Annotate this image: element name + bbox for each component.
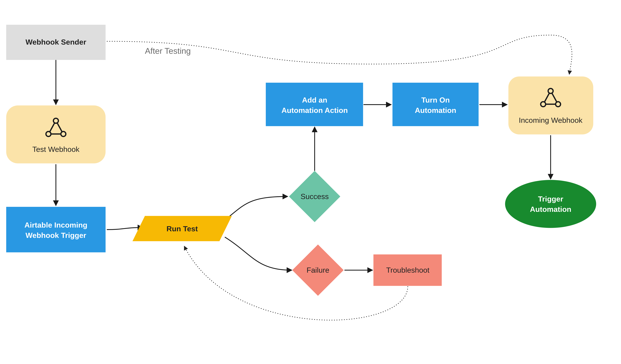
label-add-action-1: Add an	[302, 96, 327, 104]
flowchart-diagram: After Testing Webhook Sender Test Webhoo…	[0, 0, 621, 364]
label-turn-on-2: Automation	[415, 106, 456, 115]
node-trigger-automation: Trigger Automation	[505, 180, 596, 228]
svg-rect-12	[508, 77, 593, 134]
label-failure: Failure	[307, 266, 329, 274]
svg-rect-5	[6, 207, 105, 252]
label-trigger-automation-1: Trigger	[538, 195, 563, 203]
svg-point-13	[505, 180, 596, 228]
label-success: Success	[301, 192, 329, 201]
node-success: Success	[289, 171, 340, 222]
node-failure: Failure	[292, 245, 344, 296]
label-test-webhook: Test Webhook	[32, 145, 80, 153]
svg-rect-11	[393, 83, 479, 126]
label-turn-on-1: Turn On	[421, 96, 450, 104]
label-airtable-trigger-1: Airtable Incoming	[24, 221, 87, 229]
label-troubleshoot: Troubleshoot	[386, 266, 429, 274]
node-airtable-trigger: Airtable Incoming Webhook Trigger	[6, 207, 105, 252]
node-troubleshoot: Troubleshoot	[374, 254, 442, 286]
node-incoming-webhook: Incoming Webhook	[508, 77, 593, 134]
label-add-action-2: Automation Action	[281, 106, 348, 115]
edge-label-after-testing: After Testing	[145, 46, 191, 55]
svg-rect-10	[266, 83, 363, 126]
node-webhook-sender: Webhook Sender	[6, 25, 105, 60]
label-run-test: Run Test	[167, 225, 198, 233]
label-webhook-sender: Webhook Sender	[26, 38, 86, 46]
node-add-action: Add an Automation Action	[266, 83, 363, 126]
label-incoming-webhook: Incoming Webhook	[519, 116, 583, 124]
label-trigger-automation-2: Automation	[530, 205, 571, 214]
label-airtable-trigger-2: Webhook Trigger	[26, 231, 86, 239]
edge-runtest-to-failure	[225, 237, 292, 270]
edge-runtest-to-success	[225, 197, 288, 220]
node-run-test: Run Test	[133, 216, 232, 241]
edge-airtable-to-runtest	[107, 228, 143, 230]
node-turn-on: Turn On Automation	[393, 83, 479, 126]
node-test-webhook: Test Webhook	[6, 105, 105, 163]
